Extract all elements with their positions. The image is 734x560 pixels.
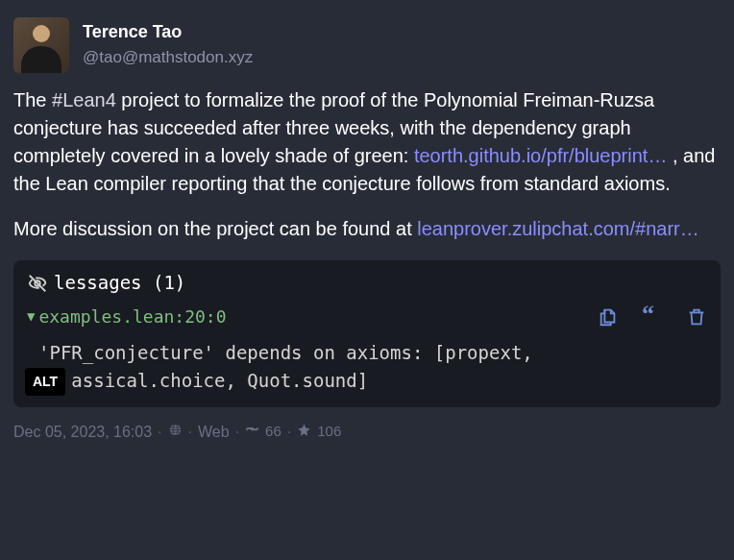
alt-badge[interactable]: ALT <box>25 368 65 395</box>
card-title: lessages (1) <box>54 270 185 297</box>
globe-icon <box>168 421 183 443</box>
separator: · <box>235 421 239 443</box>
card-header: lessages (1) <box>27 270 707 297</box>
text-run: The <box>13 89 52 110</box>
author-block[interactable]: Terence Tao @tao@mathstodon.xyz <box>83 17 253 70</box>
delete-icon[interactable] <box>686 306 707 328</box>
file-location[interactable]: ▼examples.lean:20:0 <box>27 304 227 329</box>
paragraph-1: The #Lean4 project to formalize the proo… <box>13 86 721 198</box>
avatar[interactable] <box>13 17 69 73</box>
copy-file-icon[interactable] <box>598 306 619 328</box>
separator: · <box>188 421 192 443</box>
link-blueprint[interactable]: teorth.github.io/pfr/blueprint… <box>414 145 668 166</box>
text-run: More discussion on the project can be fo… <box>13 218 417 239</box>
timestamp[interactable]: Dec 05, 2023, 16:03 <box>13 421 152 443</box>
boost-icon[interactable] <box>245 421 259 443</box>
post-body: The #Lean4 project to formalize the proo… <box>13 86 721 243</box>
code-line: assical.choice, Quot.sound] <box>38 370 368 391</box>
separator: · <box>287 421 291 443</box>
post-meta: Dec 05, 2023, 16:03 · · Web · 66 · 106 <box>13 421 721 443</box>
link-zulip[interactable]: leanprover.zulipchat.com/#narr… <box>417 218 698 239</box>
attachment-card[interactable]: lessages (1) ▼examples.lean:20:0 “ <box>13 260 721 407</box>
star-icon[interactable] <box>297 421 311 443</box>
paragraph-2: More discussion on the project can be fo… <box>13 215 721 243</box>
card-actions: “ <box>598 306 707 328</box>
fav-count: 106 <box>317 421 341 442</box>
hashtag-lean4[interactable]: #Lean4 <box>52 89 116 110</box>
handle: @tao@mathstodon.xyz <box>83 46 253 70</box>
quote-icon[interactable]: “ <box>642 306 663 328</box>
code-line: 'PFR_conjecture' depends on axioms: [pro… <box>38 342 533 363</box>
post-header: Terence Tao @tao@mathstodon.xyz <box>13 17 721 73</box>
triangle-down-icon: ▼ <box>27 306 35 326</box>
code-output: 'PFR_conjecture' depends on axioms: [pro… <box>27 339 707 396</box>
display-name: Terence Tao <box>83 19 253 44</box>
file-location-text: examples.lean:20:0 <box>38 304 226 329</box>
eye-off-icon <box>27 273 48 294</box>
boost-count: 66 <box>265 421 281 442</box>
separator: · <box>158 421 161 443</box>
card-subheader: ▼examples.lean:20:0 “ <box>27 304 707 329</box>
client: Web <box>198 421 230 443</box>
